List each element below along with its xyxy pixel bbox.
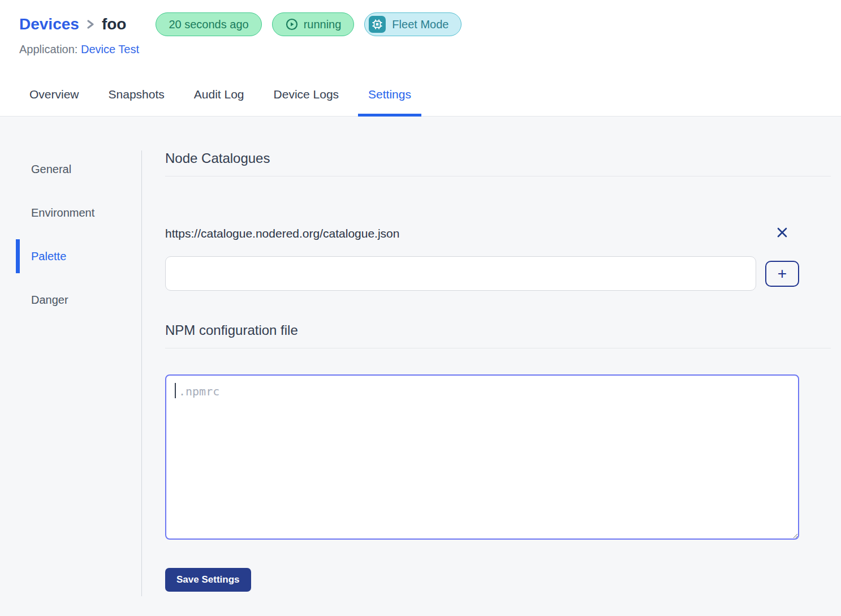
new-catalogue-input[interactable] [165, 256, 756, 291]
status-badge: running [272, 12, 355, 36]
tab-device-logs[interactable]: Device Logs [264, 88, 350, 116]
sidebar-item-danger[interactable]: Danger [0, 283, 141, 317]
settings-content: General Environment Palette Danger Node … [0, 117, 841, 612]
add-catalogue-button[interactable]: + [765, 261, 799, 287]
play-circle-icon [285, 18, 299, 31]
sidebar-item-palette[interactable]: Palette [0, 239, 141, 273]
device-tabs: Overview Snapshots Audit Log Device Logs… [0, 88, 841, 117]
page-header: Devices foo 20 seconds ago running [0, 0, 841, 117]
text-cursor [175, 383, 176, 398]
application-label: Application: [19, 43, 77, 55]
catalogue-url: https://catalogue.nodered.org/catalogue.… [165, 227, 765, 240]
status-label: running [304, 18, 342, 31]
remove-catalogue-button[interactable] [775, 225, 790, 242]
npm-config-textarea[interactable] [165, 374, 799, 540]
last-seen-label: 20 seconds ago [169, 18, 248, 31]
catalogue-entry-row: https://catalogue.nodered.org/catalogue.… [165, 225, 799, 242]
tab-overview[interactable]: Overview [19, 88, 89, 116]
node-catalogues-section: Node Catalogues https://catalogue.nodere… [165, 150, 831, 291]
palette-settings-panel: Node Catalogues https://catalogue.nodere… [142, 117, 841, 612]
catalogue-input-row: + [165, 256, 799, 291]
npm-config-section: NPM configuration file [165, 322, 831, 540]
application-link[interactable]: Device Test [81, 43, 139, 55]
plus-icon: + [778, 266, 787, 282]
sidebar-item-general[interactable]: General [0, 152, 141, 186]
fleet-mode-badge: Fleet Mode [364, 12, 462, 36]
tab-settings[interactable]: Settings [358, 88, 421, 116]
breadcrumb-devices-link[interactable]: Devices [19, 15, 79, 33]
chip-icon [369, 16, 386, 33]
chevron-right-icon [86, 18, 95, 31]
npm-config-title: NPM configuration file [165, 322, 831, 348]
close-icon [776, 226, 788, 240]
settings-sidebar: General Environment Palette Danger [0, 117, 141, 612]
breadcrumb: Devices foo 20 seconds ago running [19, 12, 822, 36]
breadcrumb-device-name: foo [102, 15, 127, 33]
npm-config-wrap [165, 374, 799, 540]
tab-audit-log[interactable]: Audit Log [184, 88, 255, 116]
last-seen-badge: 20 seconds ago [156, 12, 261, 36]
tab-snapshots[interactable]: Snapshots [98, 88, 175, 116]
application-row: Application: Device Test [19, 43, 822, 56]
node-catalogues-title: Node Catalogues [165, 150, 831, 176]
sidebar-item-environment[interactable]: Environment [0, 196, 141, 230]
fleet-mode-label: Fleet Mode [392, 18, 448, 31]
save-settings-button[interactable]: Save Settings [165, 568, 251, 592]
